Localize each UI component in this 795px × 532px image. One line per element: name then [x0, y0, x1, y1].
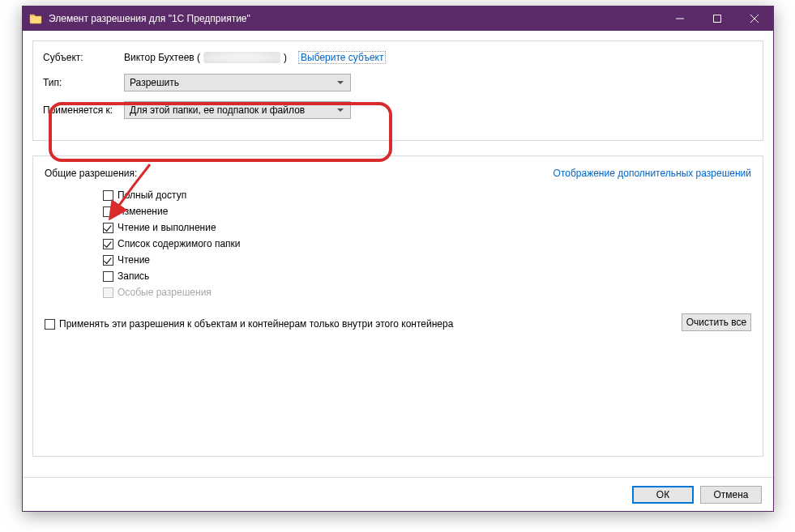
permission-item: Особые разрешения	[103, 284, 751, 300]
applies-combobox[interactable]: Для этой папки, ее подпапок и файлов	[124, 101, 351, 119]
ok-button[interactable]: ОК	[632, 486, 694, 504]
subject-label: Субъект:	[43, 52, 124, 63]
permission-checkbox[interactable]	[103, 223, 113, 233]
permission-entry-window: Элемент разрешения для "1С Предприятие" …	[22, 6, 774, 512]
permission-item: Запись	[103, 268, 751, 284]
permissions-panel: Общие разрешения: Отображение дополнител…	[32, 155, 763, 457]
folder-icon	[29, 12, 42, 25]
maximize-button[interactable]	[699, 6, 736, 31]
permission-label: Список содержимого папки	[118, 238, 241, 249]
applies-value: Для этой папки, ее подпапок и файлов	[130, 104, 305, 116]
permission-label: Особые разрешения	[118, 287, 212, 298]
minimize-button[interactable]	[661, 6, 699, 31]
permission-checkbox[interactable]	[103, 271, 113, 282]
dialog-footer: ОК Отмена	[23, 477, 773, 511]
clear-all-button[interactable]: Очистить все	[682, 313, 751, 331]
advanced-permissions-link[interactable]: Отображение дополнительных разрешений	[554, 168, 751, 179]
applies-label: Применяется к:	[43, 104, 124, 116]
permission-checkbox	[103, 287, 113, 298]
close-button[interactable]	[736, 6, 773, 31]
permission-label: Полный доступ	[118, 189, 186, 201]
apply-only-checkbox[interactable]	[45, 319, 55, 330]
permission-label: Запись	[118, 270, 149, 282]
permission-item: Чтение	[103, 252, 751, 268]
principal-panel: Субъект: Виктор Бухтеев () Выберите субъ…	[32, 40, 763, 141]
permission-item: Список содержимого папки	[103, 236, 751, 252]
titlebar[interactable]: Элемент разрешения для "1С Предприятие"	[23, 6, 773, 31]
type-value: Разрешить	[130, 77, 179, 88]
subject-account-redacted	[203, 52, 280, 63]
permission-checkbox[interactable]	[103, 239, 113, 249]
select-subject-link[interactable]: Выберите субъект	[298, 51, 386, 64]
apply-only-label: Применять эти разрешения к объектам и ко…	[59, 318, 453, 330]
permission-item: Изменение	[103, 203, 751, 219]
cancel-button[interactable]: Отмена	[700, 486, 762, 504]
permission-label: Изменение	[118, 206, 168, 217]
permissions-list: Полный доступИзменениеЧтение и выполнени…	[103, 187, 751, 300]
permission-checkbox[interactable]	[103, 190, 113, 201]
window-title: Элемент разрешения для "1С Предприятие"	[49, 13, 250, 24]
applies-row: Применяется к: Для этой папки, ее подпап…	[43, 101, 753, 119]
permission-checkbox[interactable]	[103, 255, 113, 266]
svg-rect-1	[714, 15, 721, 23]
type-combobox[interactable]: Разрешить	[124, 74, 351, 92]
type-row: Тип: Разрешить	[43, 74, 753, 92]
permission-checkbox[interactable]	[103, 206, 113, 217]
permission-label: Чтение	[118, 254, 150, 266]
apply-only-row: Применять эти разрешения к объектам и ко…	[45, 318, 751, 330]
subject-name: Виктор Бухтеев ()	[124, 52, 287, 64]
permission-item: Чтение и выполнение	[103, 219, 751, 236]
permission-item: Полный доступ	[103, 187, 751, 203]
permission-label: Чтение и выполнение	[118, 222, 216, 233]
permissions-heading: Общие разрешения:	[45, 168, 137, 179]
client-area: Субъект: Виктор Бухтеев () Выберите субъ…	[23, 31, 773, 511]
permissions-header: Общие разрешения: Отображение дополнител…	[45, 168, 751, 179]
type-label: Тип:	[43, 77, 124, 88]
window-controls	[661, 6, 773, 31]
subject-row: Субъект: Виктор Бухтеев () Выберите субъ…	[43, 51, 753, 64]
